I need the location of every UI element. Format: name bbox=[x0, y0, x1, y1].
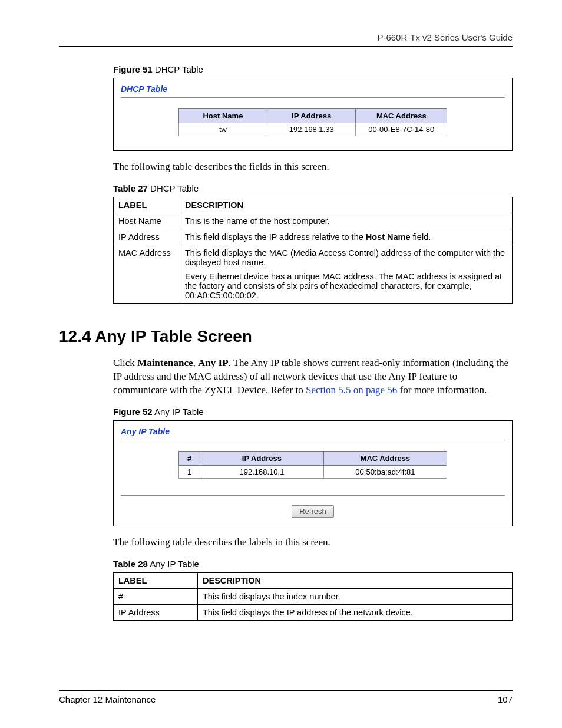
col-mac: MAC Address bbox=[356, 109, 447, 123]
table-row: Host Name This is the name of the host c… bbox=[114, 213, 513, 229]
cell-mac: 00-00-E8-7C-14-80 bbox=[356, 123, 447, 136]
dhcp-ui-table: Host Name IP Address MAC Address tw 192.… bbox=[178, 108, 447, 136]
anyip-table-title: Any IP Table bbox=[121, 427, 505, 436]
page-number: 107 bbox=[498, 694, 513, 704]
table28-caption-text: Any IP Table bbox=[148, 559, 199, 569]
screen-rule bbox=[121, 97, 505, 98]
cell-desc: This is the name of the host computer. bbox=[180, 213, 513, 229]
col-mac: MAC Address bbox=[323, 451, 447, 465]
crossref-link[interactable]: Section 5.5 on page 56 bbox=[306, 384, 397, 396]
cell-mac: 00:50:ba:ad:4f:81 bbox=[323, 465, 447, 478]
para-after-fig51: The following table describes the fields… bbox=[113, 160, 513, 174]
footer: Chapter 12 Maintenance 107 bbox=[59, 690, 513, 704]
table28-caption-bold: Table 28 bbox=[113, 559, 148, 569]
section-heading: 12.4 Any IP Table Screen bbox=[59, 327, 513, 346]
th-label: LABEL bbox=[114, 197, 180, 213]
table-row: IP Address This field displays the IP ad… bbox=[114, 604, 513, 620]
table27-caption-bold: Table 27 bbox=[113, 183, 148, 193]
cell-label: IP Address bbox=[114, 604, 198, 620]
refresh-button[interactable]: Refresh bbox=[292, 505, 334, 518]
text: for more information. bbox=[397, 384, 487, 396]
table27-caption-text: DHCP Table bbox=[148, 183, 199, 193]
doc-title: P-660R-Tx v2 Series User's Guide bbox=[59, 32, 513, 42]
table-row: # This field displays the index number. bbox=[114, 588, 513, 604]
th-desc: DESCRIPTION bbox=[180, 197, 513, 213]
figure52-caption-text: Any IP Table bbox=[153, 407, 204, 417]
footer-left: Chapter 12 Maintenance bbox=[59, 694, 156, 704]
col-ip: IP Address bbox=[267, 109, 356, 123]
bold-anyip: Any IP bbox=[198, 357, 228, 368]
screen-rule bbox=[121, 495, 505, 496]
dhcp-table-title: DHCP Table bbox=[121, 84, 505, 94]
cell-desc: This field displays the index number. bbox=[198, 588, 513, 604]
cell-hostname: tw bbox=[178, 123, 267, 136]
col-ip: IP Address bbox=[200, 451, 323, 465]
desc-p1: This field displays the MAC (Media Acces… bbox=[185, 248, 507, 267]
col-hostname: Host Name bbox=[178, 109, 267, 123]
text: , bbox=[193, 357, 199, 368]
figure51-caption: Figure 51 DHCP Table bbox=[113, 64, 513, 74]
para-after-fig52: The following table describes the labels… bbox=[113, 536, 513, 549]
table-row: tw 192.168.1.33 00-00-E8-7C-14-80 bbox=[178, 123, 447, 136]
table-row: 1 192.168.10.1 00:50:ba:ad:4f:81 bbox=[178, 465, 447, 478]
table28: LABEL DESCRIPTION # This field displays … bbox=[113, 572, 513, 621]
desc-p2: Every Ethernet device has a unique MAC a… bbox=[185, 272, 507, 300]
para-anyip: Click Maintenance, Any IP. The Any IP ta… bbox=[113, 357, 513, 397]
figure52-caption-bold: Figure 52 bbox=[113, 407, 153, 417]
figure52-caption: Figure 52 Any IP Table bbox=[113, 407, 513, 417]
cell-desc: This field displays the IP address of th… bbox=[198, 604, 513, 620]
table28-caption: Table 28 Any IP Table bbox=[113, 559, 513, 569]
th-desc: DESCRIPTION bbox=[198, 572, 513, 588]
th-label: LABEL bbox=[114, 572, 198, 588]
cell-label: # bbox=[114, 588, 198, 604]
page: P-660R-Tx v2 Series User's Guide Figure … bbox=[0, 0, 562, 728]
top-rule bbox=[59, 46, 513, 47]
table27-caption: Table 27 DHCP Table bbox=[113, 183, 513, 193]
cell-desc: This field displays the IP address relat… bbox=[180, 229, 513, 245]
content-area-2: Click Maintenance, Any IP. The Any IP ta… bbox=[113, 357, 513, 621]
table-row: MAC Address This field displays the MAC … bbox=[114, 245, 513, 303]
anyip-ui-table: # IP Address MAC Address 1 192.168.10.1 … bbox=[178, 451, 447, 479]
text: This field displays the IP address relat… bbox=[185, 232, 366, 242]
figure51-caption-bold: Figure 51 bbox=[113, 64, 153, 74]
figure51-box: DHCP Table Host Name IP Address MAC Addr… bbox=[113, 78, 513, 151]
figure52-box: Any IP Table # IP Address MAC Address 1 … bbox=[113, 420, 513, 526]
table27: LABEL DESCRIPTION Host Name This is the … bbox=[113, 197, 513, 304]
cell-index: 1 bbox=[178, 465, 200, 478]
bold-maintenance: Maintenance bbox=[137, 357, 193, 368]
cell-desc: This field displays the MAC (Media Acces… bbox=[180, 245, 513, 303]
figure51-caption-text: DHCP Table bbox=[153, 64, 203, 74]
cell-ip: 192.168.1.33 bbox=[267, 123, 356, 136]
bold-text: Host Name bbox=[366, 232, 411, 242]
content-area: Figure 51 DHCP Table DHCP Table Host Nam… bbox=[113, 64, 513, 304]
text: Click bbox=[113, 357, 137, 368]
cell-ip: 192.168.10.1 bbox=[200, 465, 323, 478]
table-row: IP Address This field displays the IP ad… bbox=[114, 229, 513, 245]
cell-label: MAC Address bbox=[114, 245, 180, 303]
col-index: # bbox=[178, 451, 200, 465]
cell-label: IP Address bbox=[114, 229, 180, 245]
text: field. bbox=[411, 232, 431, 242]
cell-label: Host Name bbox=[114, 213, 180, 229]
footer-rule bbox=[59, 690, 513, 691]
screen-rule bbox=[121, 440, 505, 440]
